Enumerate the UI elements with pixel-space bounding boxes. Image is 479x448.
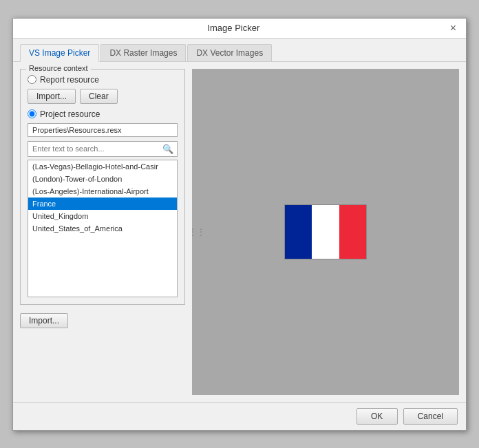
search-input[interactable] [28,142,159,155]
import-button-top[interactable]: Import... [28,89,76,104]
image-picker-dialog: Image Picker × VS Image Picker DX Raster… [12,18,467,431]
list-item[interactable]: United_Kingdom [28,210,177,222]
content-area: Resource context Report resource Import.… [13,62,466,402]
file-path-display: Properties\Resources.resx [28,123,178,137]
france-flag-preview [284,204,367,259]
search-row: 🔍 [28,141,178,157]
import-button-bottom[interactable]: Import... [20,313,68,328]
report-resource-label: Report resource [40,75,99,85]
flag-blue-stripe [285,205,312,259]
tab-bar: VS Image Picker DX Raster Images DX Vect… [13,39,466,62]
tab-vs-image-picker[interactable]: VS Image Picker [20,44,99,62]
dialog-footer: OK Cancel [13,402,466,430]
tab-dx-raster-images[interactable]: DX Raster Images [100,44,186,61]
flag-red-stripe [339,205,366,259]
report-resource-radio[interactable] [28,75,36,84]
flag-white-stripe [312,205,339,259]
resource-context-group: Resource context Report resource Import.… [20,69,185,305]
list-item[interactable]: (London)-Tower-of-London [28,173,177,185]
title-bar: Image Picker × [13,19,466,39]
import-clear-row: Import... Clear [28,89,178,104]
report-resource-row: Report resource [28,75,178,85]
list-item-france[interactable]: France [28,198,177,210]
tab-dx-vector-images[interactable]: DX Vector Images [187,44,272,61]
cancel-button[interactable]: Cancel [403,408,458,425]
import-button-bottom-container: Import... [20,313,185,328]
drag-handle: ⋮⋮ [188,226,204,237]
project-resource-label: Project resource [40,109,100,119]
image-preview-panel: ⋮⋮ [192,69,459,395]
clear-button[interactable]: Clear [80,89,118,104]
list-item[interactable]: (Las-Vegas)-Bellagio-Hotel-and-Casir [28,160,177,173]
left-panel: Resource context Report resource Import.… [20,69,185,395]
resource-list[interactable]: (Las-Vegas)-Bellagio-Hotel-and-Casir (Lo… [28,160,178,297]
ok-button[interactable]: OK [356,408,398,425]
close-button[interactable]: × [447,23,459,34]
project-resource-radio[interactable] [28,109,36,118]
list-item[interactable]: United_States_of_America [28,222,177,235]
project-resource-row: Project resource [28,109,178,119]
dialog-title: Image Picker [20,23,447,33]
search-icon: 🔍 [159,142,177,156]
list-item[interactable]: (Los-Angeles)-International-Airport [28,185,177,198]
group-legend: Resource context [26,64,91,72]
